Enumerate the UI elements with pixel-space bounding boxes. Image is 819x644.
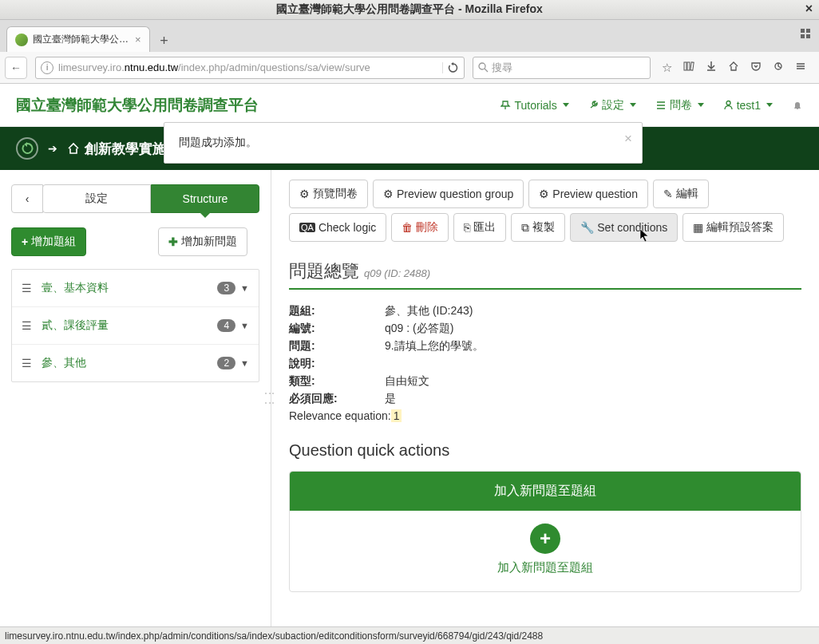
gear-icon: ⚙: [383, 188, 394, 200]
pocket-icon[interactable]: [750, 61, 762, 75]
notifications-icon[interactable]: [792, 100, 803, 111]
sidebar-tabs: ‹ 設定 Structure: [11, 184, 259, 213]
svg-rect-0: [801, 29, 805, 33]
copy-icon: ⧉: [521, 221, 529, 235]
home-icon[interactable]: [728, 61, 739, 75]
browser-tabbar: 國立臺灣師範大學公… × +: [0, 20, 819, 52]
export-button[interactable]: ⎘匯出: [453, 213, 506, 242]
list-icon: [655, 100, 667, 111]
breadcrumb-home-icon[interactable]: [67, 142, 80, 155]
menu-surveys[interactable]: 問卷: [655, 98, 704, 113]
browser-toolbar-icons: ☆: [654, 61, 814, 75]
new-tab-button[interactable]: +: [153, 30, 176, 52]
drag-handle-icon[interactable]: ☰: [22, 319, 32, 332]
success-alert: 問題成功添加。 ×: [164, 122, 643, 164]
count-badge: 3: [217, 282, 235, 294]
svg-rect-6: [684, 62, 686, 70]
copy-button[interactable]: ⧉複製: [511, 213, 565, 242]
browser-statusbar: limesurvey.iro.ntnu.edu.tw/index.php/adm…: [0, 626, 819, 644]
svg-rect-3: [806, 34, 810, 38]
chevron-down-icon[interactable]: ▼: [240, 321, 249, 330]
add-question-button[interactable]: ✚增加新問題: [158, 227, 247, 256]
svg-point-4: [479, 63, 485, 69]
hamburger-icon[interactable]: [795, 61, 806, 75]
quick-actions-panel: 加入新問題至題組 + 加入新問題至題組: [289, 471, 801, 592]
search-icon: [478, 62, 489, 73]
delete-button[interactable]: 🗑刪除: [391, 213, 449, 242]
menu-settings[interactable]: 設定: [588, 98, 636, 113]
browser-tab[interactable]: 國立臺灣師範大學公… ×: [6, 26, 150, 52]
user-icon: [723, 100, 734, 110]
window-title: 國立臺灣師範大學公用問卷調查平台 - Mozilla Firefox: [276, 2, 543, 17]
set-conditions-button[interactable]: 🔧Set conditions: [570, 213, 678, 242]
drag-handle-icon[interactable]: ☰: [22, 282, 32, 294]
svg-rect-1: [806, 29, 810, 33]
edit-button[interactable]: ✎編輯: [653, 180, 709, 208]
resize-grip-icon[interactable]: ⋮⋮: [268, 389, 271, 408]
question-toolbar: ⚙預覽問卷 ⚙Preview question group ⚙Preview q…: [289, 180, 801, 242]
svg-point-16: [726, 101, 730, 105]
window-close-button[interactable]: ×: [805, 2, 813, 16]
site-info-icon[interactable]: i: [41, 61, 53, 74]
chevron-down-icon[interactable]: ▼: [240, 358, 249, 368]
tab-title: 國立臺灣師範大學公…: [33, 33, 129, 46]
quick-panel-link[interactable]: 加入新問題至題組: [290, 560, 801, 575]
page-header: 國立臺灣師範大學公用問卷調查平台 Tutorials 設定 問卷 test1: [0, 84, 819, 127]
logic-icon: QA: [299, 223, 315, 232]
browser-navbar: ← i limesurvey.iro.ntnu.edu.tw/index.php…: [0, 52, 819, 84]
quick-panel-title: 加入新問題至題組: [290, 472, 801, 511]
wrench-icon: 🔧: [580, 221, 594, 234]
tab-structure[interactable]: Structure: [151, 184, 259, 213]
breadcrumb-survey[interactable]: 創新教學實施: [85, 140, 166, 158]
menu-tutorials[interactable]: Tutorials: [500, 99, 568, 112]
alert-close-button[interactable]: ×: [624, 131, 632, 147]
edit-defaults-button[interactable]: ▦編輯預設答案: [682, 213, 784, 242]
tab-settings[interactable]: 設定: [42, 184, 151, 213]
download-icon[interactable]: [706, 61, 717, 75]
preview-survey-button[interactable]: ⚙預覽問卷: [289, 180, 368, 208]
preview-question-button[interactable]: ⚙Preview question: [528, 180, 648, 208]
search-placeholder: 搜尋: [492, 61, 512, 75]
trash-icon: 🗑: [402, 221, 413, 234]
top-menu: Tutorials 設定 問卷 test1: [500, 98, 803, 113]
question-details: 題組:參、其他 (ID:243) 編號:q09 : (必答題) 問題:9.請填上…: [289, 304, 801, 422]
alert-text: 問題成功添加。: [179, 136, 257, 148]
breadcrumb-bar: ➔ 創新教學實施 問題成功添加。 ×: [0, 127, 819, 170]
svg-line-5: [485, 69, 488, 72]
url-bar[interactable]: i limesurvey.iro.ntnu.edu.tw/index.php/a…: [35, 57, 465, 79]
sidebar-collapse-button[interactable]: ‹: [11, 184, 43, 213]
breadcrumb-arrow-icon: ➔: [48, 142, 57, 155]
drag-handle-icon[interactable]: ☰: [22, 357, 32, 369]
group-item[interactable]: ☰ 壹、基本資料 3 ▼: [12, 270, 259, 307]
chevron-down-icon[interactable]: ▼: [240, 283, 249, 293]
export-icon: ⎘: [464, 221, 470, 234]
group-list: ☰ 壹、基本資料 3 ▼ ☰ 貳、課後評量 4 ▼ ☰ 參、其他 2 ▼: [11, 269, 259, 382]
sidebar: ‹ 設定 Structure +增加題組 ✚增加新問題 ☰ 壹、基本資料 3 ▼…: [0, 170, 271, 626]
favicon-icon: [15, 34, 28, 46]
page-content: 國立臺灣師範大學公用問卷調查平台 Tutorials 設定 問卷 test1: [0, 84, 819, 626]
svg-rect-7: [687, 62, 690, 70]
reload-button[interactable]: [442, 62, 459, 73]
gear-icon: ⚙: [539, 188, 549, 200]
addon-icon[interactable]: [773, 61, 784, 75]
count-badge: 2: [217, 357, 235, 369]
group-item[interactable]: ☰ 參、其他 2 ▼: [12, 345, 259, 381]
nav-back-button[interactable]: ←: [5, 57, 27, 79]
add-group-button[interactable]: +增加題組: [11, 227, 86, 256]
library-icon[interactable]: [683, 61, 694, 75]
bookmark-icon[interactable]: ☆: [662, 61, 672, 75]
group-item[interactable]: ☰ 貳、課後評量 4 ▼: [12, 307, 259, 345]
tab-overflow-icon[interactable]: [800, 28, 811, 39]
count-badge: 4: [217, 319, 235, 332]
overview-title: 問題總覽q09 (ID: 2488): [289, 259, 801, 283]
site-brand[interactable]: 國立臺灣師範大學公用問卷調查平台: [16, 95, 259, 116]
search-bar[interactable]: 搜尋: [473, 57, 651, 79]
svg-rect-8: [690, 61, 694, 69]
add-question-quick-button[interactable]: +: [530, 523, 560, 554]
menu-user[interactable]: test1: [723, 99, 773, 112]
tab-close-button[interactable]: ×: [135, 34, 141, 45]
check-logic-button[interactable]: QACheck logic: [289, 213, 386, 242]
gear-icon: ⚙: [299, 188, 310, 200]
ls-logo-icon[interactable]: [16, 137, 38, 160]
preview-group-button[interactable]: ⚙Preview question group: [373, 180, 524, 208]
